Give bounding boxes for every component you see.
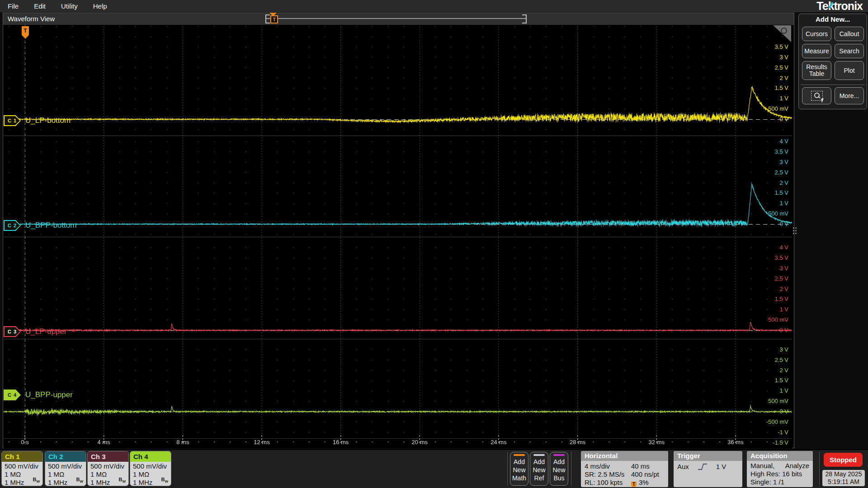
divider — [571, 452, 571, 485]
axis-label-c4: -500 mV — [750, 418, 788, 425]
add-new-ref-button[interactable]: AddNewRef — [530, 452, 548, 486]
menu-item-utility[interactable]: Utility — [61, 2, 78, 10]
channel-card-title: Ch 1 — [2, 451, 42, 462]
channel-badge-c3[interactable]: C 3 — [4, 326, 21, 337]
axis-label-c3: 2.5 V — [750, 275, 788, 282]
sample-rate: SR: 2.5 MS/s — [585, 470, 631, 479]
axis-label-c2: 0 V — [750, 221, 788, 227]
menu-item-edit[interactable]: Edit — [34, 2, 46, 10]
trigger-source: Aux — [677, 462, 689, 471]
time-axis-label: 0 s — [21, 439, 28, 446]
axis-label-c2: 3.5 V — [750, 148, 788, 155]
axis-label-c2: 2 V — [750, 179, 788, 186]
axis-label-c1: 2.5 V — [750, 64, 788, 71]
add-new-math-button[interactable]: AddNewMath — [510, 452, 528, 486]
axis-label-c4: 0 V — [750, 408, 788, 415]
channel-label-c4[interactable]: U_BPP-upper — [25, 390, 73, 399]
time-axis-label: 8 ms — [176, 439, 189, 446]
acquisition-resolution: High Res: 16 bits — [750, 470, 809, 478]
axis-label-c3: 1.5 V — [750, 296, 788, 302]
run-stop-status-button[interactable]: Stopped — [824, 453, 863, 467]
menu-item-file[interactable]: File — [8, 2, 19, 10]
trigger-panel[interactable]: Trigger Aux 1 V — [674, 451, 742, 487]
trigger-level: 1 V — [716, 462, 726, 471]
sample-interval: 400 ns/pt — [631, 470, 665, 479]
axis-label-c1: 3.5 V — [750, 43, 788, 50]
axis-label-c2: 3 V — [750, 159, 788, 165]
axis-label-c2: 4 V — [750, 138, 788, 145]
add-new-bus-button[interactable]: AddNewBus — [550, 452, 568, 486]
axis-label-c1: 500 mV — [750, 105, 788, 112]
channel-card-body: 500 mV/div1 MΩ1 MHzBW — [2, 462, 42, 486]
axis-label-c3: 2 V — [750, 286, 788, 292]
add-new-callout-button[interactable]: Callout — [835, 27, 864, 41]
time-label: 5:19:11 AM — [822, 478, 865, 486]
trigger-position-pct: 3% — [639, 479, 649, 486]
pan-bracket-right[interactable] — [522, 14, 527, 23]
channel-card-ch1[interactable]: Ch 1500 mV/div1 MΩ1 MHzBW — [1, 451, 43, 486]
add-new-search-button[interactable]: Search — [835, 44, 864, 58]
pan-zoom-bar[interactable]: T — [265, 14, 527, 24]
axis-label-c3: 500 mV — [750, 316, 788, 323]
logo-text-right: tronix — [834, 0, 863, 13]
axis-label-c3: 4 V — [750, 244, 788, 251]
axis-label-c4: 2.5 V — [750, 357, 788, 363]
horizontal-scale: 4 ms/div — [585, 462, 631, 470]
pan-trigger-marker-icon[interactable]: T — [270, 15, 278, 23]
time-axis-label: 24 ms — [491, 439, 506, 446]
axis-label-c3: 1 V — [750, 306, 788, 313]
axis-label-c3: 3.5 V — [750, 254, 788, 261]
zoom-select-button[interactable] — [802, 87, 831, 104]
channel-scale: 500 mV/div — [5, 462, 42, 470]
time-axis-label: 4 ms — [98, 439, 110, 446]
waveform-plot[interactable] — [4, 25, 792, 448]
add-new-cursors-button[interactable]: Cursors — [802, 27, 831, 41]
add-new-measure-button[interactable]: Measure — [802, 44, 831, 58]
channel-label-c2[interactable]: U_BPP-bottom — [25, 221, 76, 230]
menu-item-help[interactable]: Help — [93, 2, 107, 10]
channel-label-c1[interactable]: U_LP-bottom — [25, 116, 71, 125]
time-axis-label: 12 ms — [254, 439, 269, 446]
button-label: AddNewBus — [550, 458, 568, 482]
button-color-bar — [553, 454, 565, 456]
horizontal-window: 40 ms — [631, 462, 665, 470]
logo-k: k — [828, 0, 834, 13]
axis-label-c1: 0 V — [750, 116, 788, 122]
channel-badge-c2[interactable]: C 2 — [4, 220, 21, 231]
button-color-bar — [514, 454, 525, 456]
horizontal-panel[interactable]: Horizontal 4 ms/div40 ms SR: 2.5 MS/s400… — [581, 451, 668, 487]
pan-bar-line — [265, 18, 527, 19]
button-label: AddNewMath — [510, 458, 528, 482]
axis-label-c4: 3 V — [750, 346, 788, 353]
add-new-results-table-button[interactable]: Results Table — [802, 61, 831, 80]
bandwidth-limit-icon: BW — [33, 475, 40, 486]
channel-badge-c4[interactable]: C 4 — [4, 389, 21, 400]
bandwidth-limit-icon: BW — [118, 475, 126, 486]
trigger-panel-title: Trigger — [674, 451, 742, 461]
axis-label-c2: 1 V — [750, 200, 788, 206]
channel-card-ch3[interactable]: Ch 3500 mV/div1 MΩ1 MHzBW — [87, 451, 129, 486]
channel-card-ch4[interactable]: Ch 4500 mV/div1 MΩ1 MHzBW — [130, 451, 171, 486]
bandwidth-limit-icon: BW — [161, 475, 168, 486]
horizontal-panel-title: Horizontal — [581, 451, 668, 461]
channel-card-title: Ch 4 — [130, 451, 171, 462]
time-axis-label: 16 ms — [333, 439, 349, 446]
button-color-bar — [533, 454, 545, 456]
add-new-plot-button[interactable]: Plot — [835, 61, 864, 80]
channel-label-c3[interactable]: U_LP-upper — [25, 327, 67, 336]
axis-label-c1: 1 V — [750, 95, 788, 102]
time-axis-label: 36 ms — [727, 439, 743, 446]
axis-label-c4: 500 mV — [750, 398, 788, 404]
acquisition-panel[interactable]: Acquisition Manual,Analyze High Res: 16 … — [747, 451, 813, 487]
channel-badge-c1[interactable]: C 1 — [4, 115, 21, 126]
channel-scale: 500 mV/div — [48, 462, 86, 470]
divider — [819, 452, 820, 485]
splitter-drag-handle[interactable] — [793, 227, 797, 235]
channel-card-ch2[interactable]: Ch 2500 mV/div1 MΩ1 MHzBW — [45, 451, 86, 486]
more-button[interactable]: More... — [835, 87, 864, 104]
add-new-title: Add New... — [799, 15, 867, 23]
rising-edge-icon — [697, 463, 708, 471]
time-axis-label: 20 ms — [412, 439, 428, 446]
acquisition-panel-title: Acquisition — [747, 451, 813, 461]
magnifier-circle-icon — [781, 28, 787, 34]
